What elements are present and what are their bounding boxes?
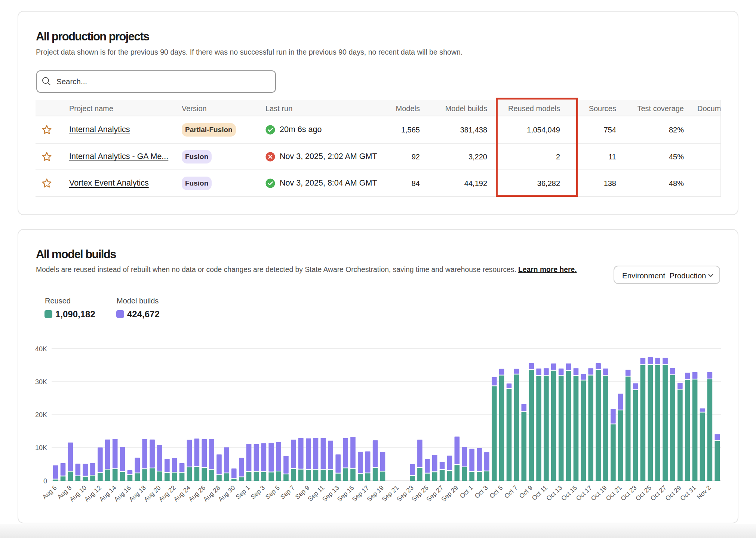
- svg-text:Nov 2: Nov 2: [695, 484, 712, 501]
- svg-text:20K: 20K: [35, 411, 47, 419]
- svg-text:Aug 6: Aug 6: [41, 484, 58, 501]
- svg-text:Oct 27: Oct 27: [649, 484, 668, 502]
- svg-text:Oct 1: Oct 1: [458, 484, 474, 500]
- svg-text:Oct 3: Oct 3: [473, 484, 489, 500]
- svg-text:Sep 7: Sep 7: [279, 484, 296, 501]
- svg-text:Oct 15: Oct 15: [560, 484, 579, 502]
- svg-text:Oct 7: Oct 7: [503, 484, 519, 500]
- svg-text:10K: 10K: [35, 444, 47, 452]
- svg-text:30K: 30K: [35, 378, 47, 386]
- svg-text:Aug 30: Aug 30: [217, 484, 236, 503]
- svg-text:Sep 29: Sep 29: [440, 484, 460, 503]
- svg-text:Oct 31: Oct 31: [679, 484, 698, 502]
- svg-text:Oct 21: Oct 21: [605, 484, 623, 502]
- svg-text:Sep 3: Sep 3: [249, 484, 266, 501]
- svg-text:Sep 1: Sep 1: [234, 484, 251, 501]
- svg-text:Oct 17: Oct 17: [575, 484, 593, 502]
- svg-text:Sep 5: Sep 5: [264, 484, 281, 501]
- svg-text:40K: 40K: [35, 345, 47, 353]
- svg-text:0: 0: [43, 477, 47, 485]
- svg-text:Oct 25: Oct 25: [634, 484, 653, 502]
- svg-text:Oct 23: Oct 23: [620, 484, 638, 502]
- svg-text:Oct 19: Oct 19: [590, 484, 608, 502]
- svg-text:Oct 13: Oct 13: [545, 484, 564, 502]
- svg-text:Oct 5: Oct 5: [488, 484, 504, 500]
- svg-text:Oct 29: Oct 29: [664, 484, 683, 502]
- svg-text:Oct 11: Oct 11: [531, 484, 549, 502]
